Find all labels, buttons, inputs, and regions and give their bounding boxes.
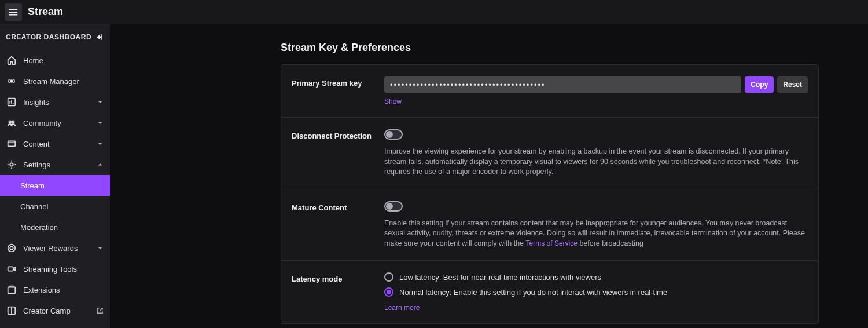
- sidebar-item-label: Stream Manager: [23, 77, 104, 86]
- row-mature-content: Mature Content Enable this setting if yo…: [281, 189, 818, 261]
- row-label: Latency mode: [292, 272, 384, 312]
- sidebar-item-settings[interactable]: Settings: [0, 154, 110, 175]
- row-label: Mature Content: [292, 201, 384, 249]
- svg-rect-4: [8, 141, 16, 147]
- hamburger-button[interactable]: [5, 3, 22, 21]
- insights-icon: [6, 97, 17, 107]
- row-label: Disconnect Protection: [292, 129, 384, 177]
- mature-content-toggle[interactable]: [384, 201, 403, 212]
- svg-point-0: [10, 80, 13, 82]
- sidebar-item-viewer-rewards[interactable]: Viewer Rewards: [0, 238, 110, 258]
- chevron-up-icon: [96, 161, 104, 169]
- sidebar-subitem-channel[interactable]: Channel: [0, 196, 110, 217]
- sidebar-item-label: Content: [23, 140, 96, 148]
- svg-point-6: [8, 245, 16, 252]
- sidebar-item-creator-camp[interactable]: Creator Camp: [0, 300, 110, 321]
- sidebar-subitem-label: Channel: [20, 202, 48, 211]
- extensions-icon: [6, 285, 17, 295]
- radio-label: Low latency: Best for near real-time int…: [399, 273, 601, 282]
- collapse-icon: [95, 32, 104, 42]
- sidebar-item-home[interactable]: Home: [0, 50, 110, 71]
- sidebar-header: CREATOR DASHBOARD: [0, 32, 110, 50]
- sidebar-item-stream-manager[interactable]: Stream Manager: [0, 71, 110, 92]
- reset-button[interactable]: Reset: [777, 76, 808, 93]
- row-primary-stream-key: Primary Stream key Copy Reset Show: [281, 65, 818, 118]
- svg-point-2: [9, 121, 12, 123]
- home-icon: [6, 55, 17, 65]
- terms-of-service-link[interactable]: Terms of Service: [526, 239, 578, 249]
- content-icon: [6, 139, 17, 149]
- content-area: Stream Key & Preferences Primary Stream …: [110, 24, 868, 328]
- sidebar-item-label: Creator Camp: [23, 307, 96, 315]
- sidebar-item-streaming-tools[interactable]: Streaming Tools: [0, 258, 110, 279]
- sidebar-item-label: Home: [23, 56, 104, 65]
- page-title: Stream Key & Preferences: [281, 42, 819, 54]
- hamburger-icon: [8, 7, 19, 17]
- sidebar-item-content[interactable]: Content: [0, 133, 110, 154]
- community-icon: [6, 118, 17, 128]
- stream-key-input[interactable]: [384, 76, 741, 93]
- external-link-icon: [96, 307, 104, 315]
- svg-point-3: [12, 121, 14, 123]
- latency-normal-radio[interactable]: Normal latency: Enable this setting if y…: [384, 287, 808, 297]
- camera-icon: [6, 264, 17, 274]
- row-label: Primary Stream key: [292, 76, 384, 105]
- latency-low-radio[interactable]: Low latency: Best for near real-time int…: [384, 272, 808, 282]
- svg-point-5: [10, 163, 13, 166]
- svg-rect-8: [8, 267, 13, 271]
- book-icon: [6, 305, 17, 316]
- sidebar-item-label: Settings: [23, 161, 96, 169]
- sidebar-header-title: CREATOR DASHBOARD: [6, 33, 91, 41]
- rewards-icon: [6, 243, 17, 253]
- sidebar-item-label: Viewer Rewards: [23, 244, 96, 253]
- sidebar-item-label: Insights: [23, 98, 96, 107]
- copy-button[interactable]: Copy: [745, 76, 774, 93]
- sidebar-subitem-moderation[interactable]: Moderation: [0, 217, 110, 238]
- sidebar-subitem-label: Stream: [20, 181, 45, 190]
- mature-content-desc: Enable this setting if your stream conta…: [384, 218, 808, 249]
- svg-rect-9: [8, 287, 16, 294]
- radio-icon: [384, 272, 393, 282]
- chevron-down-icon: [96, 119, 104, 127]
- sidebar-item-insights[interactable]: Insights: [0, 92, 110, 112]
- learn-more-link[interactable]: Learn more: [384, 304, 420, 312]
- sidebar-subitem-stream[interactable]: Stream: [0, 175, 110, 196]
- topbar: Stream: [0, 0, 868, 24]
- sidebar-item-extensions[interactable]: Extensions: [0, 279, 110, 300]
- collapse-sidebar-button[interactable]: [95, 32, 104, 42]
- settings-card: Primary Stream key Copy Reset Show Disco…: [281, 64, 819, 324]
- sidebar-item-label: Community: [23, 119, 96, 127]
- row-disconnect-protection: Disconnect Protection Improve the viewin…: [281, 118, 818, 189]
- row-latency-mode: Latency mode Low latency: Best for near …: [281, 261, 818, 323]
- chevron-down-icon: [96, 244, 104, 252]
- sidebar: CREATOR DASHBOARD Home Stream Manager In…: [0, 24, 110, 328]
- topbar-title: Stream: [28, 6, 63, 18]
- disconnect-protection-desc: Improve the viewing experience for your …: [384, 147, 808, 177]
- broadcast-icon: [6, 76, 17, 86]
- chevron-down-icon: [96, 140, 104, 148]
- svg-point-7: [10, 246, 13, 249]
- radio-icon: [384, 287, 393, 297]
- sidebar-item-label: Extensions: [23, 286, 104, 294]
- gear-icon: [6, 159, 17, 170]
- sidebar-subitem-label: Moderation: [20, 223, 58, 232]
- sidebar-item-community[interactable]: Community: [0, 112, 110, 133]
- chevron-down-icon: [96, 98, 104, 106]
- disconnect-protection-toggle[interactable]: [384, 129, 403, 140]
- radio-label: Normal latency: Enable this setting if y…: [399, 288, 667, 297]
- show-key-link[interactable]: Show: [384, 97, 402, 105]
- sidebar-item-label: Streaming Tools: [23, 265, 104, 274]
